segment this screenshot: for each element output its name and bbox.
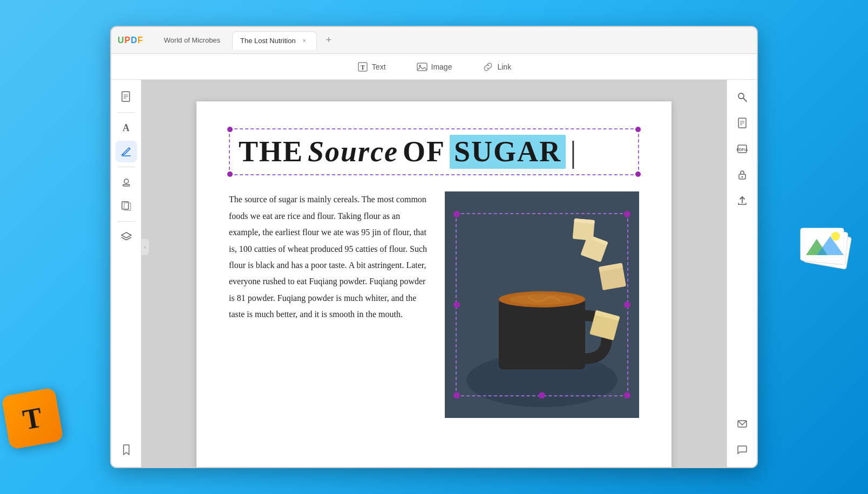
svg-rect-2 xyxy=(417,63,427,71)
svg-text:T: T xyxy=(361,64,365,71)
heading-of: OF xyxy=(403,136,445,168)
image-column xyxy=(445,191,639,418)
svg-point-10 xyxy=(124,179,128,183)
svg-text:A: A xyxy=(123,122,130,133)
two-column-layout: The source of sugar is mainly cereals. T… xyxy=(229,191,639,418)
selection-handle-br[interactable] xyxy=(635,171,641,177)
content-area[interactable]: T xyxy=(141,80,727,467)
heading-source: Source xyxy=(308,136,398,168)
heading-the: THE xyxy=(239,136,303,168)
svg-line-37 xyxy=(743,98,747,101)
svg-marker-14 xyxy=(121,232,131,238)
selection-handle-tl[interactable] xyxy=(227,127,233,132)
main-heading: THE Source OF SUGAR | xyxy=(239,135,629,169)
sidebar-divider-1 xyxy=(118,112,135,113)
image-tool-icon xyxy=(416,61,428,73)
tab-world-microbes[interactable]: World of Microbes xyxy=(157,31,228,50)
right-upload-icon[interactable] xyxy=(731,190,753,211)
sidebar-divider-2 xyxy=(118,167,135,167)
svg-rect-11 xyxy=(123,184,130,186)
right-pdfa-icon[interactable]: PDF/A xyxy=(731,138,753,160)
sidebar-stamp-icon[interactable] xyxy=(116,171,137,193)
heading-selection[interactable]: THE Source OF SUGAR | xyxy=(229,128,639,175)
text-tool-icon: T xyxy=(357,61,369,73)
text-tool-label: Text xyxy=(372,63,386,71)
img-handle-ml[interactable] xyxy=(453,301,460,308)
pdf-page: THE Source OF SUGAR | The source of suga… xyxy=(196,101,672,467)
app-window: UPDF World of Microbes The Lost Nutritio… xyxy=(110,26,758,468)
selection-handle-tr[interactable] xyxy=(635,127,641,132)
selection-handle-bl[interactable] xyxy=(227,171,233,177)
text-tool-button[interactable]: T Text xyxy=(350,58,392,76)
right-document-icon[interactable] xyxy=(731,112,753,134)
img-handle-mr[interactable] xyxy=(624,301,630,308)
right-comment-icon[interactable] xyxy=(731,439,753,461)
right-search-icon[interactable] xyxy=(731,86,753,108)
link-tool-icon xyxy=(482,61,494,73)
sidebar-edit-icon[interactable] xyxy=(116,141,137,162)
svg-point-45 xyxy=(741,176,743,178)
body-paragraph: The source of sugar is mainly cereals. T… xyxy=(229,191,429,323)
cursor-symbol: | xyxy=(570,136,578,168)
svg-text:PDF/A: PDF/A xyxy=(737,148,748,152)
right-email-icon[interactable] xyxy=(731,413,753,435)
text-column: The source of sugar is mainly cereals. T… xyxy=(229,191,429,418)
heading-sugar: SUGAR xyxy=(450,135,566,169)
sidebar-document-icon[interactable] xyxy=(116,86,137,108)
app-logo: UPDF xyxy=(118,36,144,45)
img-handle-bm[interactable] xyxy=(539,392,545,399)
link-tool-button[interactable]: Link xyxy=(476,58,518,76)
sidebar-bookmark-icon[interactable] xyxy=(116,439,137,461)
right-sidebar: PDF/A xyxy=(727,80,757,467)
sidebar-layers-icon[interactable] xyxy=(116,226,137,248)
title-bar: UPDF World of Microbes The Lost Nutritio… xyxy=(111,27,757,54)
tab-lost-nutrition[interactable]: The Lost Nutrition × xyxy=(232,31,317,50)
sidebar-pages-icon[interactable] xyxy=(116,195,137,217)
toolbar: T Text Image Link xyxy=(111,54,757,80)
collapse-handle[interactable]: ‹ xyxy=(141,239,149,255)
img-handle-tl[interactable] xyxy=(453,211,460,217)
right-lock-icon[interactable] xyxy=(731,164,753,186)
main-area: ‹ A xyxy=(111,80,757,467)
link-tool-label: Link xyxy=(497,63,511,71)
sidebar-divider-3 xyxy=(118,221,135,222)
sidebar-text-icon[interactable]: A xyxy=(116,117,137,139)
image-tool-button[interactable]: Image xyxy=(410,58,459,76)
image-tool-label: Image xyxy=(431,63,452,71)
left-sidebar: ‹ A xyxy=(111,80,141,467)
image-selection[interactable] xyxy=(456,213,628,396)
new-tab-button[interactable]: + xyxy=(321,33,336,48)
image-wrapper xyxy=(445,191,639,418)
tab-close-button[interactable]: × xyxy=(300,36,309,45)
